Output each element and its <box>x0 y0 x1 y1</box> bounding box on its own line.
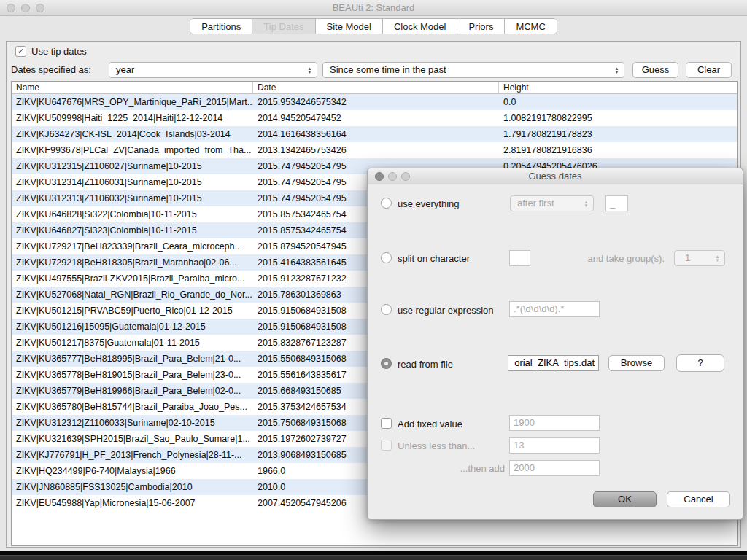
minimize-button[interactable] <box>21 4 30 12</box>
table-row[interactable]: ZIKV|KF993678|PLCal_ZV|Canada_imported_f… <box>12 142 737 158</box>
name-cell: ZIKV|KU312314|Z1106031|Suriname|10-2015 <box>12 177 253 187</box>
name-cell: ZIKV|KU312313|Z1106032|Suriname|10-2015 <box>12 193 253 203</box>
name-cell: ZIKV|KU365779|BeH819966|Brazil_Para_Bele… <box>12 386 253 396</box>
use-everything-label: use everything <box>398 198 460 209</box>
height-cell: 1.7917808219178823 <box>499 129 737 139</box>
split-on-character-label: split on character <box>398 253 470 264</box>
column-header-date[interactable]: Date <box>253 82 499 93</box>
name-cell: ZIKV|KJ634273|CK-ISL_2014|Cook_Islands|0… <box>12 129 253 139</box>
titlebar: BEAUti 2: Standard <box>0 0 747 16</box>
date-cell: 2013.1342465753426 <box>253 145 499 155</box>
table-row[interactable]: ZIKV|KU509998|Haiti_1225_2014|Haiti|12-1… <box>12 110 737 126</box>
zoom-button[interactable] <box>36 4 44 12</box>
stepper-arrows-icon: ▲▼ <box>305 65 314 77</box>
table-row[interactable]: ZIKV|KJ634273|CK-ISL_2014|Cook_Islands|0… <box>12 126 737 142</box>
use-regex-radio[interactable] <box>381 304 392 315</box>
height-cell: 0.0 <box>499 97 737 107</box>
split-on-character-radio[interactable] <box>381 252 392 263</box>
name-cell: ZIKV|EU545988|Yap|Micronesia|15-06-2007 <box>12 498 253 508</box>
guess-button[interactable]: Guess <box>632 62 678 78</box>
dates-unit-select[interactable]: year ▲▼ <box>109 62 317 78</box>
then-add-field[interactable]: 2000 <box>509 460 600 476</box>
name-cell: ZIKV|KU646828|Si322|Colombia|10-11-2015 <box>12 209 253 219</box>
dates-direction-select[interactable]: Since some time in the past ▲▼ <box>322 62 624 78</box>
help-button[interactable]: ? <box>676 354 724 372</box>
dates-direction-value: Since some time in the past <box>330 64 446 75</box>
stepper-arrows-icon: ▲▼ <box>612 65 622 77</box>
tab-partitions[interactable]: Partitions <box>190 19 252 34</box>
after-first-value: after first <box>517 198 554 209</box>
add-fixed-value-checkbox[interactable] <box>381 418 392 429</box>
tab-priors[interactable]: Priors <box>457 19 505 34</box>
ok-button[interactable]: OK <box>593 491 657 508</box>
height-cell: 2.8191780821916836 <box>499 145 737 155</box>
use-everything-radio[interactable] <box>381 198 392 209</box>
tab-site-model[interactable]: Site Model <box>316 19 383 34</box>
after-first-select[interactable]: after first ▲▼ <box>510 195 594 211</box>
column-header-name[interactable]: Name <box>12 82 253 93</box>
window-title: BEAUti 2: Standard <box>0 0 747 15</box>
date-cell: 2014.945205479452 <box>253 113 499 123</box>
dialog-title: Guess dates <box>368 168 743 184</box>
window-controls <box>7 4 44 12</box>
split-character-field[interactable]: _ <box>509 250 530 266</box>
name-cell: ZIKV|KU365780|BeH815744|Brazil_Paraiba_J… <box>12 402 253 412</box>
browse-button[interactable]: Browse <box>608 355 665 371</box>
date-cell: 2014.1616438356164 <box>253 129 499 139</box>
unless-less-than-field[interactable]: 13 <box>509 438 600 454</box>
name-cell: ZIKV|KU365777|BeH818995|Brazil_Para_Bele… <box>12 354 253 364</box>
name-cell: ZIKV|KU729218|BeH818305|Brazil_Maranhao|… <box>12 257 253 268</box>
table-header: Name Date Height <box>12 82 737 94</box>
use-tip-dates-checkbox[interactable]: ✓ <box>15 46 26 57</box>
name-cell: ZIKV|KU365778|BeH819015|Brazil_Para_Bele… <box>12 370 253 380</box>
unless-less-than-label: Unless less than... <box>398 440 475 451</box>
cancel-button[interactable]: Cancel <box>667 491 730 508</box>
regex-pattern-field[interactable]: .*(\d\d\d\d).* <box>509 301 600 317</box>
name-cell: ZIKV|KU646827|Si323|Colombia|10-11-2015 <box>12 225 253 236</box>
column-header-height[interactable]: Height <box>499 82 737 93</box>
name-cell: ZIKV|KU527068|Natal_RGN|Brazil_Rio_Grand… <box>12 289 253 300</box>
then-add-label: ...then add <box>439 463 505 474</box>
name-cell: ZIKV|KF993678|PLCal_ZV|Canada_imported_f… <box>12 145 253 155</box>
unless-less-than-checkbox[interactable] <box>381 440 392 451</box>
read-from-file-radio[interactable] <box>381 358 392 369</box>
use-regex-label: use regular expression <box>398 305 494 316</box>
dialog-titlebar: Guess dates <box>368 168 743 184</box>
name-cell: ZIKV|KU321639|SPH2015|Brazil_Sao_Paulo_S… <box>12 434 253 444</box>
name-cell: ZIKV|HQ234499|P6-740|Malaysia|1966 <box>12 466 253 476</box>
date-cell: 2015.9534246575342 <box>253 97 499 107</box>
table-row[interactable]: ZIKV|KU647676|MRS_OPY_Martinique_PaRi_20… <box>12 94 737 110</box>
clear-button[interactable]: Clear <box>686 62 732 78</box>
use-tip-dates-label: Use tip dates <box>31 46 87 57</box>
stepper-arrows-icon: ▲▼ <box>581 198 591 210</box>
guess-dates-dialog: Guess dates use everything after first ▲… <box>367 168 743 520</box>
close-button[interactable] <box>7 4 15 12</box>
name-cell: ZIKV|KU501216|15095|Guatemala|01-12-2015 <box>12 322 253 332</box>
dialog-window-controls <box>375 172 410 181</box>
dates-specified-label: Dates specified as: <box>11 64 91 75</box>
name-cell: ZIKV|KU312312|Z1106033|Suriname|02-10-20… <box>12 418 253 428</box>
use-everything-char-field[interactable]: _ <box>605 195 628 211</box>
name-cell: ZIKV|KJ776791|H_PF_2013|French_Polynesia… <box>12 450 253 460</box>
height-cell: 1.0082191780822995 <box>499 113 737 123</box>
dialog-close-button[interactable] <box>375 172 384 181</box>
dates-unit-value: year <box>116 64 134 75</box>
name-cell: ZIKV|KU497555|Brazil-ZKV2015|Brazil_Para… <box>12 273 253 284</box>
tab-tip-dates[interactable]: Tip Dates <box>252 19 315 34</box>
file-path-field[interactable]: orial_ZIKA_tips.dat <box>508 355 599 371</box>
tab-bar: Partitions Tip Dates Site Model Clock Mo… <box>0 18 747 34</box>
name-cell: ZIKV|KU312315|Z1106027|Suriname|10-2015 <box>12 161 253 171</box>
take-groups-select[interactable]: 1 ▲▼ <box>674 250 725 266</box>
name-cell: ZIKV|KU647676|MRS_OPY_Martinique_PaRi_20… <box>12 97 253 107</box>
stepper-arrows-icon: ▲▼ <box>713 253 722 265</box>
tab-clock-model[interactable]: Clock Model <box>383 19 458 34</box>
desktop-strip <box>0 551 747 560</box>
dialog-minimize-button[interactable] <box>388 172 397 181</box>
name-cell: ZIKV|KU501215|PRVABC59|Puerto_Rico|01-12… <box>12 306 253 316</box>
read-from-file-label: read from file <box>398 359 453 370</box>
add-fixed-value-field[interactable]: 1900 <box>509 415 600 431</box>
name-cell: ZIKV|KU729217|BeH823339|Brazil_Ceara_mic… <box>12 241 253 252</box>
dialog-zoom-button[interactable] <box>401 172 410 181</box>
tab-mcmc[interactable]: MCMC <box>505 19 556 34</box>
name-cell: ZIKV|KU509998|Haiti_1225_2014|Haiti|12-1… <box>12 113 253 123</box>
